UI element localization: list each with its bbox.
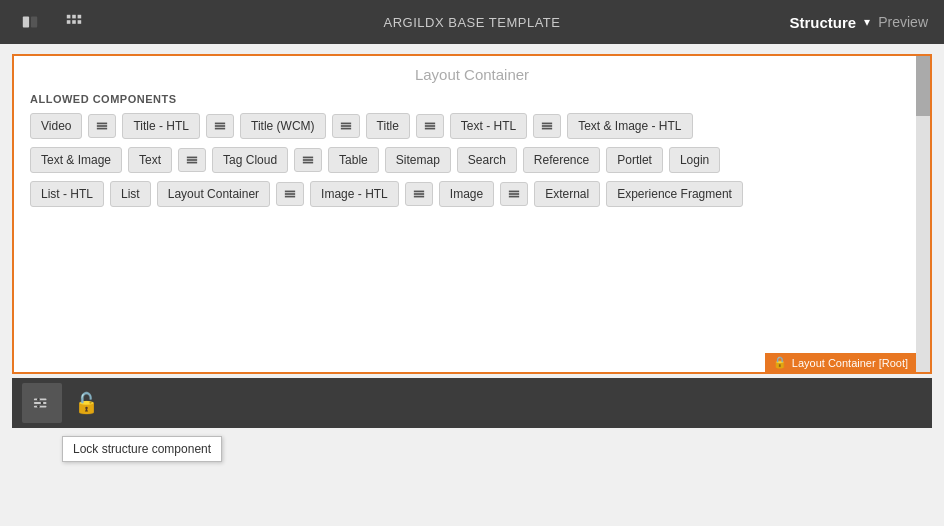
svg-rect-4 [67,20,71,24]
svg-rect-3 [72,15,76,19]
config-icon-7[interactable] [294,148,322,172]
svg-rect-31 [285,196,295,198]
component-row-2: Text & Image Text Tag Cloud Table Sitema… [30,147,914,173]
svg-rect-39 [34,402,47,404]
layout-container-root-label: 🔒 Layout Container [Root] [765,353,916,372]
config-icon-5[interactable] [533,114,561,138]
header: ARGILDX BASE TEMPLATE Structure ▾ Previe… [0,0,944,44]
chip-login[interactable]: Login [669,147,720,173]
svg-rect-33 [414,193,424,195]
svg-rect-7 [78,20,82,24]
svg-rect-37 [509,196,519,198]
svg-rect-27 [303,159,313,161]
chip-table[interactable]: Table [328,147,379,173]
chip-image-htl[interactable]: Image - HTL [310,181,399,207]
config-icon-8[interactable] [276,182,304,206]
chip-text[interactable]: Text [128,147,172,173]
svg-rect-15 [340,125,350,127]
component-row-1: Video Title - HTL Title (WCM) Title Text… [30,113,914,139]
chip-layout-container[interactable]: Layout Container [157,181,270,207]
svg-rect-0 [23,17,29,28]
svg-rect-25 [187,162,197,164]
chip-title-wcm[interactable]: Title (WCM) [240,113,326,139]
svg-point-42 [41,402,44,405]
svg-rect-30 [285,193,295,195]
svg-rect-38 [34,399,47,401]
grid-icon[interactable] [60,8,88,36]
chip-search[interactable]: Search [457,147,517,173]
svg-rect-23 [187,157,197,159]
sidebar-toggle-icon[interactable] [16,8,44,36]
chip-tag-cloud[interactable]: Tag Cloud [212,147,288,173]
chip-external[interactable]: External [534,181,600,207]
svg-rect-18 [425,125,435,127]
root-label-text: Layout Container [Root] [792,357,908,369]
svg-rect-11 [215,123,225,125]
chip-list[interactable]: List [110,181,151,207]
svg-rect-13 [215,128,225,130]
config-icon-3[interactable] [332,114,360,138]
svg-rect-10 [97,128,107,130]
svg-rect-5 [72,20,76,24]
config-icon-10[interactable] [500,182,528,206]
chip-title[interactable]: Title [366,113,410,139]
chip-experience-fragment[interactable]: Experience Fragment [606,181,743,207]
layout-container-box: Layout Container ALLOWED COMPONENTS Vide… [12,54,932,374]
svg-rect-26 [303,157,313,159]
components-area: Video Title - HTL Title (WCM) Title Text… [14,113,930,207]
svg-rect-21 [542,125,552,127]
chip-sitemap[interactable]: Sitemap [385,147,451,173]
svg-rect-17 [425,123,435,125]
svg-rect-16 [340,128,350,130]
allowed-components-label: ALLOWED COMPONENTS [14,89,930,113]
svg-point-43 [37,405,40,408]
svg-rect-29 [285,191,295,193]
svg-rect-1 [31,17,37,28]
lock-tooltip: Lock structure component [62,436,222,462]
chip-video[interactable]: Video [30,113,82,139]
chip-text-image-htl[interactable]: Text & Image - HTL [567,113,692,139]
svg-rect-28 [303,162,313,164]
structure-button[interactable]: Structure [790,14,857,31]
svg-rect-22 [542,128,552,130]
svg-rect-8 [97,123,107,125]
header-right: Structure ▾ Preview [790,14,928,31]
config-icon-6[interactable] [178,148,206,172]
svg-rect-9 [97,125,107,127]
chip-reference[interactable]: Reference [523,147,600,173]
lock-filled-icon: 🔒 [773,356,787,369]
svg-rect-35 [509,191,519,193]
chip-image[interactable]: Image [439,181,494,207]
svg-rect-24 [187,159,197,161]
lock-toolbar-button[interactable]: 🔓 [66,383,106,423]
svg-rect-40 [34,406,47,408]
svg-rect-12 [215,125,225,127]
scrollbar-thumb[interactable] [916,56,930,116]
svg-rect-2 [67,15,71,19]
layout-container-title: Layout Container [14,56,930,89]
config-icon-1[interactable] [88,114,116,138]
preview-button[interactable]: Preview [878,14,928,30]
header-title: ARGILDX BASE TEMPLATE [384,15,561,30]
chevron-down-icon[interactable]: ▾ [864,15,870,29]
chip-list-htl[interactable]: List - HTL [30,181,104,207]
chip-text-htl[interactable]: Text - HTL [450,113,527,139]
config-icon-4[interactable] [416,114,444,138]
svg-rect-14 [340,123,350,125]
chip-title-htl[interactable]: Title - HTL [122,113,200,139]
chip-portlet[interactable]: Portlet [606,147,663,173]
svg-rect-19 [425,128,435,130]
svg-rect-34 [414,196,424,198]
svg-rect-6 [78,15,82,19]
svg-rect-36 [509,193,519,195]
config-icon-9[interactable] [405,182,433,206]
settings-toolbar-button[interactable] [22,383,62,423]
svg-rect-20 [542,123,552,125]
config-icon-2[interactable] [206,114,234,138]
chip-text-image[interactable]: Text & Image [30,147,122,173]
bottom-toolbar: 🔓 Lock structure component [12,378,932,428]
svg-rect-32 [414,191,424,193]
component-row-3: List - HTL List Layout Container Image -… [30,181,914,207]
scrollbar-track[interactable] [916,56,930,372]
main-area: Layout Container ALLOWED COMPONENTS Vide… [0,44,944,526]
